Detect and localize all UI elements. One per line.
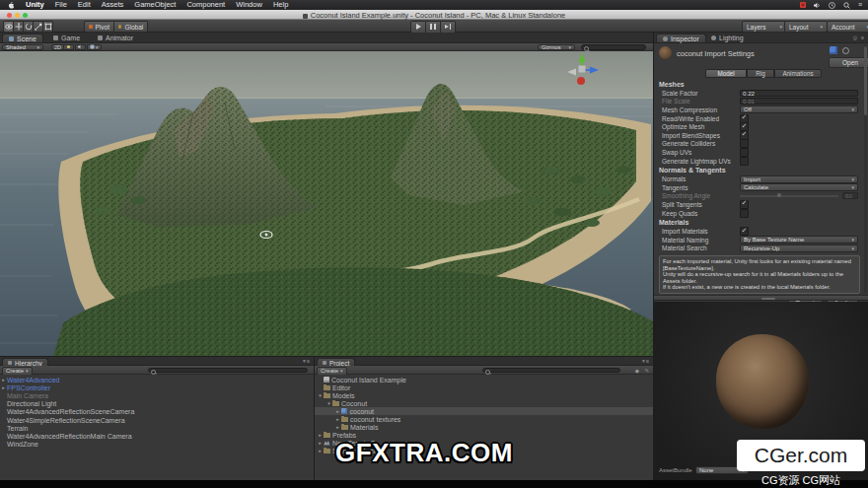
mode-tab-animations[interactable]: Animations	[774, 69, 822, 78]
menu-gameobject[interactable]: GameObject	[134, 0, 176, 10]
gear-icon[interactable]	[842, 47, 849, 54]
scale-factor-field[interactable]: 0.22	[740, 90, 858, 97]
expand-arrow-icon[interactable]: ▸	[334, 408, 341, 414]
hierarchy-item[interactable]: Water4AdvancedReflectionSceneCamera	[0, 408, 314, 416]
mesh-compression-dropdown[interactable]: Off▾	[740, 105, 858, 113]
inspector-scrollbar[interactable]	[864, 44, 868, 293]
assetbundle-label: AssetBundle	[659, 467, 692, 473]
project-item[interactable]: ▾Coconut	[315, 399, 653, 407]
panel-menu-icon[interactable]: ▾≡	[642, 358, 650, 364]
setting-label: Material Naming	[662, 237, 740, 244]
open-button[interactable]: Open	[829, 57, 868, 68]
gizmos-dropdown[interactable]: Gizmos▾	[538, 44, 575, 51]
rotate-tool-button[interactable]	[24, 21, 34, 33]
record-icon[interactable]	[800, 2, 806, 8]
menu-assets[interactable]: Assets	[102, 0, 124, 10]
hierarchy-item[interactable]: Water4AdvancedReflectionMain Camera	[0, 432, 314, 440]
expand-arrow-icon[interactable]: ▸	[334, 416, 341, 422]
hierarchy-item[interactable]: Terrain	[0, 424, 314, 432]
menu-file[interactable]: File	[55, 0, 67, 10]
control-list-icon[interactable]: ≡	[858, 0, 862, 10]
rect-tool-button[interactable]	[43, 21, 53, 33]
view-tool-button[interactable]	[3, 21, 14, 33]
setting-label: Smoothing Angle	[662, 192, 740, 199]
tab-animator[interactable]: Animator	[92, 34, 139, 42]
tab-game[interactable]: Game	[47, 34, 86, 42]
play-button[interactable]	[410, 21, 426, 34]
chevron-down-icon: ▾	[851, 184, 854, 190]
scene-tab-icon	[9, 36, 14, 41]
hierarchy-item[interactable]: ▸Water4Advanced	[0, 376, 314, 383]
spotlight-icon[interactable]	[843, 2, 850, 9]
preview-resize-handle[interactable]	[654, 295, 868, 301]
clock-icon[interactable]	[829, 2, 835, 9]
expand-arrow-icon[interactable]: ▾	[326, 400, 332, 406]
hierarchy-item[interactable]: WindZone	[0, 441, 314, 449]
setting-row: Smoothing Angle60	[654, 192, 868, 201]
setting-row: TangentsCalculate▾	[654, 183, 868, 192]
menu-window[interactable]: Window	[236, 0, 262, 10]
scene-lighting-toggle[interactable]	[63, 44, 74, 51]
import-materials-checkbox[interactable]	[740, 227, 749, 236]
account-dropdown[interactable]: Account▾	[827, 21, 868, 33]
tab-lighting[interactable]: Lighting	[705, 34, 750, 42]
hierarchy-item[interactable]: ▸FPSController	[0, 383, 314, 391]
menu-component[interactable]: Component	[186, 0, 225, 10]
setting-row: Material SearchRecursive-Up▾	[654, 244, 868, 253]
search-by-label-icon[interactable]: ✎	[644, 368, 649, 374]
hierarchy-item[interactable]: Water4SimpleReflectionSceneCamera	[0, 416, 314, 424]
material-naming-dropdown[interactable]: By Base Texture Name▾	[740, 236, 858, 244]
tangents-dropdown[interactable]: Calculate▾	[740, 183, 858, 191]
project-item[interactable]: ▸Materials	[315, 423, 653, 431]
hierarchy-search-input[interactable]	[148, 368, 308, 374]
scene-search-input[interactable]	[581, 44, 646, 50]
pause-button[interactable]	[426, 21, 441, 34]
global-toggle-button[interactable]: Global	[114, 21, 148, 33]
mode-tab-model[interactable]: Model	[705, 69, 747, 78]
apple-icon[interactable]	[8, 1, 15, 9]
setting-label: Read/Write Enabled	[662, 115, 740, 122]
mode-tab-rig[interactable]: Rig	[747, 69, 774, 78]
panel-menu-icon[interactable]: ▾≡	[303, 358, 311, 364]
tab-inspector[interactable]: Inspector	[656, 34, 706, 42]
expand-arrow-icon[interactable]: ▸	[0, 377, 7, 383]
pivot-toggle-button[interactable]: Pivot	[84, 21, 114, 33]
keep-quads-checkbox[interactable]	[740, 209, 749, 218]
hierarchy-item[interactable]: Directional Light	[0, 400, 314, 408]
project-item[interactable]: ▸coconut	[315, 407, 653, 415]
scene-viewport[interactable]	[0, 51, 653, 356]
menu-unity[interactable]: Unity	[26, 0, 44, 10]
project-item[interactable]: Editor	[315, 383, 653, 391]
normals-dropdown[interactable]: Import▾	[740, 175, 858, 183]
import-mode-tabs: ModelRigAnimations	[654, 69, 868, 79]
search-by-type-icon[interactable]: ◆	[635, 368, 639, 374]
volume-icon[interactable]	[814, 2, 821, 9]
expand-arrow-icon[interactable]: ▾	[317, 392, 324, 398]
coconut-preview-sphere[interactable]	[716, 334, 809, 429]
layout-dropdown[interactable]: Layout▾	[784, 21, 828, 33]
layers-dropdown[interactable]: Layers▾	[742, 21, 787, 33]
move-tool-button[interactable]	[14, 21, 24, 33]
expand-arrow-icon[interactable]: ▸	[0, 384, 7, 390]
scale-tool-button[interactable]	[34, 21, 43, 33]
step-button[interactable]	[441, 21, 456, 34]
project-item[interactable]: ▾Models	[315, 391, 653, 399]
tab-scene[interactable]: Scene	[2, 34, 43, 42]
setting-row: Keep Quads	[654, 209, 868, 218]
expand-arrow-icon[interactable]: ▸	[334, 424, 341, 430]
scene-audio-toggle[interactable]	[75, 44, 86, 51]
generate-lightmap-uvs-checkbox[interactable]	[740, 157, 749, 166]
menu-edit[interactable]: Edit	[78, 0, 91, 10]
setting-control: 60	[740, 192, 858, 199]
hierarchy-item[interactable]: Main Camera	[0, 391, 314, 399]
project-item[interactable]: Coconut Island Example	[315, 376, 653, 383]
project-item[interactable]: ▸coconut textures	[315, 415, 653, 423]
setting-row: Swap UVs	[654, 148, 868, 157]
project-search-input[interactable]	[482, 368, 620, 374]
shading-mode-dropdown[interactable]: Shaded▾	[2, 44, 43, 51]
setting-label: Split Tangents	[662, 201, 740, 208]
menu-help[interactable]: Help	[273, 0, 288, 10]
effects-dropdown[interactable]: ▾	[87, 44, 102, 51]
material-search-dropdown[interactable]: Recursive-Up▾	[740, 244, 858, 252]
inspector-lock-icon[interactable]: ◎ ≡	[852, 35, 865, 40]
